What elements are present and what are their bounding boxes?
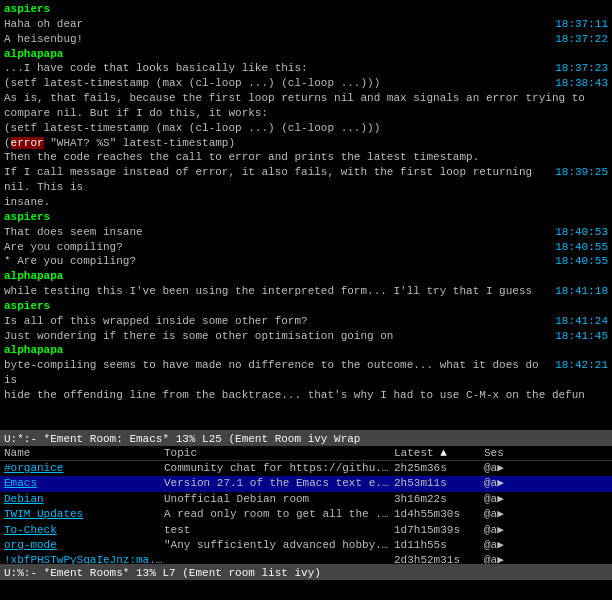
mode-line-bottom-text: U:%:- *Ement Rooms* 13% L7 (Ement room l…	[4, 567, 321, 579]
room-latest: 3h16m22s	[394, 492, 484, 507]
chat-text: * Are you compiling?	[4, 255, 136, 267]
rooms-list: #organiceCommunity chat for https://gith…	[0, 461, 612, 564]
chat-text: Then the code reaches the call to error …	[4, 151, 479, 163]
col-header-latest: Latest ▲	[390, 446, 480, 460]
chat-message-line: 18:40:53That does seem insane	[4, 225, 608, 240]
timestamp: 18:41:24	[555, 314, 608, 329]
chat-text: insane.	[4, 196, 50, 208]
mode-line-top-text: U:*:- *Ement Room: Emacs* 13% L25 (Ement…	[4, 433, 360, 445]
room-row[interactable]: TWIM UpdatesA read only room to get all …	[0, 507, 612, 522]
room-topic: Community chat for https://githu...	[164, 461, 394, 476]
room-latest: 1d4h55m30s	[394, 507, 484, 522]
chat-username-line: aspiers	[4, 210, 608, 225]
col-header-topic: Topic	[160, 446, 390, 460]
chat-username-line: alphapapa	[4, 343, 608, 358]
room-latest: 2d3h52m31s	[394, 553, 484, 564]
timestamp: 18:40:55	[555, 254, 608, 269]
room-latest: 2h53m11s	[394, 476, 484, 491]
chat-message-line: Then the code reaches the call to error …	[4, 150, 608, 165]
col-header-name: Name	[0, 446, 160, 460]
room-ses: @a▶	[484, 553, 524, 564]
room-name[interactable]: Debian	[4, 492, 164, 507]
col-header-ses: Ses	[480, 446, 520, 460]
chat-message-line: 18:41:24Is all of this wrapped inside so…	[4, 314, 608, 329]
room-topic: Unofficial Debian room	[164, 492, 394, 507]
chat-message-line: 18:37:11Haha oh dear	[4, 17, 608, 32]
chat-message-line: insane.	[4, 195, 608, 210]
chat-message-line: 18:40:55Are you compiling?	[4, 240, 608, 255]
chat-username-line: alphapapa	[4, 269, 608, 284]
chat-message-line: 18:39:25If I call message instead of err…	[4, 165, 608, 195]
mode-line-top: U:*:- *Ement Room: Emacs* 13% L25 (Ement…	[0, 430, 612, 446]
room-row[interactable]: DebianUnofficial Debian room3h16m22s@a▶	[0, 492, 612, 507]
chat-message-line: compare nil. But if I do this, it works:	[4, 106, 608, 121]
chat-message-line: 18:38:43(setf latest-timestamp (max (cl-…	[4, 76, 608, 91]
chat-text: That does seem insane	[4, 226, 143, 238]
chat-username-line: aspiers	[4, 299, 608, 314]
room-ses: @a▶	[484, 523, 524, 538]
chat-text: ...I have code that looks basically like…	[4, 62, 308, 74]
chat-text: (setf latest-timestamp (max (cl-loop ...…	[4, 77, 380, 89]
chat-message-line: 18:41:18while testing this I've been usi…	[4, 284, 608, 299]
room-ses: @a▶	[484, 538, 524, 553]
room-topic: Version 27.1 of the Emacs text e...	[164, 476, 394, 491]
room-row[interactable]: EmacsVersion 27.1 of the Emacs text e...…	[0, 476, 612, 491]
chat-text: If I call message instead of error, it a…	[4, 166, 532, 193]
room-name[interactable]: #organice	[4, 461, 164, 476]
chat-username-line: alphapapa	[4, 47, 608, 62]
chat-text: Haha oh dear	[4, 18, 83, 30]
chat-message-line: hide the offending line from the backtra…	[4, 388, 608, 403]
room-name[interactable]: Emacs	[4, 476, 164, 491]
timestamp: 18:42:21	[555, 358, 608, 373]
chat-message-line: (setf latest-timestamp (max (cl-loop ...…	[4, 121, 608, 136]
room-latest: 1d11h55s	[394, 538, 484, 553]
room-topic: A read only room to get all the ...	[164, 507, 394, 522]
timestamp: 18:37:22	[555, 32, 608, 47]
timestamp: 18:37:11	[555, 17, 608, 32]
room-row[interactable]: To-Checktest1d7h15m39s@a▶	[0, 523, 612, 538]
chat-text: (setf latest-timestamp (max (cl-loop ...…	[4, 122, 380, 134]
mode-line-bottom: U:%:- *Ement Rooms* 13% L7 (Ement room l…	[0, 564, 612, 580]
room-topic: "Any sufficiently advanced hobby...	[164, 538, 394, 553]
chat-text: byte-compiling seems to have made no dif…	[4, 359, 539, 386]
timestamp: 18:39:25	[555, 165, 608, 180]
timestamp: 18:40:55	[555, 240, 608, 255]
timestamp: 18:38:43	[555, 76, 608, 91]
chat-message-line: As is, that fails, because the first loo…	[4, 91, 608, 106]
timestamp: 18:41:18	[555, 284, 608, 299]
chat-text: hide the offending line from the backtra…	[4, 389, 585, 401]
chat-text: A heisenbug!	[4, 33, 83, 45]
room-row[interactable]: #organiceCommunity chat for https://gith…	[0, 461, 612, 476]
room-topic: test	[164, 523, 394, 538]
room-latest: 2h25m36s	[394, 461, 484, 476]
room-name[interactable]: To-Check	[4, 523, 164, 538]
chat-message-line: 18:41:45Just wondering if there is some …	[4, 329, 608, 344]
room-ses: @a▶	[484, 461, 524, 476]
chat-text: Is all of this wrapped inside some other…	[4, 315, 308, 327]
chat-username-line: aspiers	[4, 2, 608, 17]
room-ses: @a▶	[484, 476, 524, 491]
chat-message-line: 18:42:21byte-compiling seems to have mad…	[4, 358, 608, 388]
timestamp: 18:37:23	[555, 61, 608, 76]
room-row[interactable]: org-mode"Any sufficiently advanced hobby…	[0, 538, 612, 553]
room-latest: 1d7h15m39s	[394, 523, 484, 538]
chat-message-line: 18:37:22A heisenbug!	[4, 32, 608, 47]
chat-text: while testing this I've been using the i…	[4, 285, 532, 297]
room-row[interactable]: !xbfPHSTwPySgaIeJnz:ma...2d3h52m31s@a▶	[0, 553, 612, 564]
chat-message-line: (error "WHAT? %S" latest-timestamp)	[4, 136, 608, 151]
chat-text: compare nil. But if I do this, it works:	[4, 107, 268, 119]
room-name[interactable]: !xbfPHSTwPySgaIeJnz:ma...	[4, 553, 164, 564]
rooms-table-header: Name Topic Latest ▲ Ses	[0, 446, 612, 461]
chat-text: As is, that fails, because the first loo…	[4, 92, 585, 104]
timestamp: 18:40:53	[555, 225, 608, 240]
chat-area: aspiers18:37:11Haha oh dear18:37:22A hei…	[0, 0, 612, 430]
room-ses: @a▶	[484, 492, 524, 507]
room-name[interactable]: TWIM Updates	[4, 507, 164, 522]
chat-text: Are you compiling?	[4, 241, 123, 253]
chat-message-line: 18:40:55 * Are you compiling?	[4, 254, 608, 269]
chat-message-line: 18:37:23...I have code that looks basica…	[4, 61, 608, 76]
rooms-area: Name Topic Latest ▲ Ses #organiceCommuni…	[0, 446, 612, 564]
chat-text: Just wondering if there is some other op…	[4, 330, 393, 342]
timestamp: 18:41:45	[555, 329, 608, 344]
room-name[interactable]: org-mode	[4, 538, 164, 553]
